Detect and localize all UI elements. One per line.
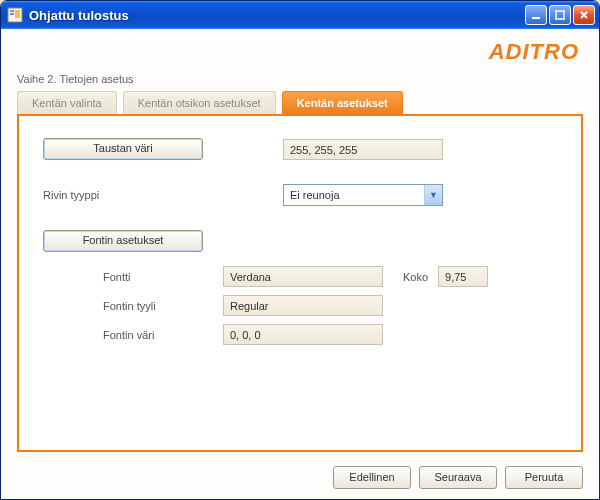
- app-icon: [7, 7, 23, 23]
- prev-button[interactable]: Edellinen: [333, 466, 411, 489]
- row-font: Fontti Verdana Koko 9,75: [43, 266, 557, 287]
- row-type-label: Rivin tyyppi: [43, 189, 203, 201]
- background-color-button[interactable]: Taustan väri: [43, 138, 203, 160]
- cancel-button[interactable]: Peruuta: [505, 466, 583, 489]
- background-color-field[interactable]: 255, 255, 255: [283, 139, 443, 160]
- tab-panel-field-settings: Taustan väri 255, 255, 255 Rivin tyyppi …: [17, 114, 583, 452]
- svg-rect-2: [10, 13, 14, 15]
- svg-rect-5: [556, 11, 564, 19]
- client-area: ADITRO Vaihe 2. Tietojen asetus Kentän v…: [1, 29, 599, 499]
- window-buttons: [525, 5, 595, 25]
- tab-field-settings[interactable]: Kentän asetukset: [282, 91, 403, 114]
- close-button[interactable]: [573, 5, 595, 25]
- window-title: Ohjattu tulostus: [29, 8, 525, 23]
- row-font-settings-btn: Fontin asetukset: [43, 230, 557, 252]
- titlebar: Ohjattu tulostus: [1, 1, 599, 29]
- size-label: Koko: [403, 271, 428, 283]
- svg-rect-3: [15, 10, 20, 18]
- font-settings-button[interactable]: Fontin asetukset: [43, 230, 203, 252]
- row-background-color: Taustan väri 255, 255, 255: [43, 138, 557, 160]
- tab-field-select[interactable]: Kentän valinta: [17, 91, 117, 114]
- row-font-style: Fontin tyyli Regular: [43, 295, 557, 316]
- maximize-button[interactable]: [549, 5, 571, 25]
- font-style-field[interactable]: Regular: [223, 295, 383, 316]
- font-color-field[interactable]: 0, 0, 0: [223, 324, 383, 345]
- app-window: Ohjattu tulostus ADITRO Vaihe 2. Tietoje…: [0, 0, 600, 500]
- tab-header-settings[interactable]: Kentän otsikon asetukset: [123, 91, 276, 114]
- brand-logo: ADITRO: [489, 39, 579, 65]
- svg-rect-1: [10, 10, 14, 12]
- font-field[interactable]: Verdana: [223, 266, 383, 287]
- font-label: Fontti: [103, 271, 203, 283]
- size-field[interactable]: 9,75: [438, 266, 488, 287]
- font-style-label: Fontin tyyli: [103, 300, 203, 312]
- chevron-down-icon: ▼: [424, 185, 442, 205]
- minimize-button[interactable]: [525, 5, 547, 25]
- row-type-combo[interactable]: Ei reunoja ▼: [283, 184, 443, 206]
- font-color-label: Fontin väri: [103, 329, 203, 341]
- next-button[interactable]: Seuraava: [419, 466, 497, 489]
- row-type-value: Ei reunoja: [284, 189, 424, 201]
- wizard-footer: Edellinen Seuraava Peruuta: [17, 462, 583, 489]
- row-row-type: Rivin tyyppi Ei reunoja ▼: [43, 184, 557, 206]
- step-label: Vaihe 2. Tietojen asetus: [17, 73, 583, 85]
- tab-bar: Kentän valinta Kentän otsikon asetukset …: [17, 91, 583, 114]
- svg-rect-4: [532, 17, 540, 19]
- row-font-color: Fontin väri 0, 0, 0: [43, 324, 557, 345]
- size-group: Koko 9,75: [403, 266, 488, 287]
